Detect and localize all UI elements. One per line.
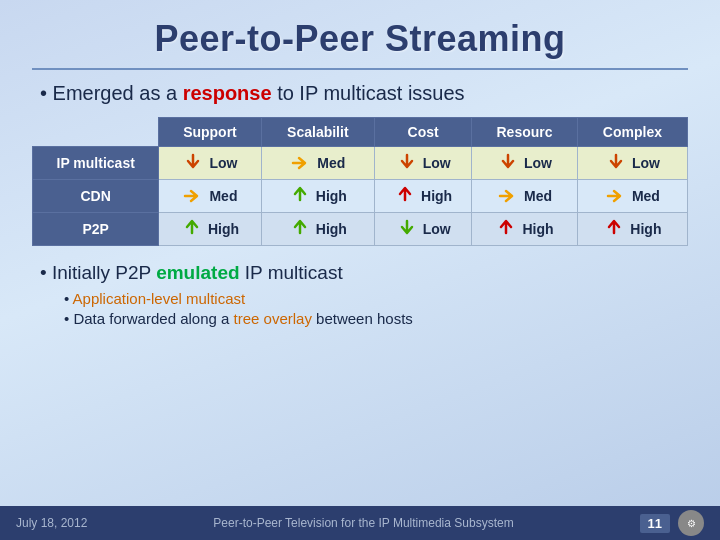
cell-text-1-1: High: [316, 188, 347, 204]
arrow-right-icon: [605, 185, 627, 207]
sub2-post: between hosts: [312, 310, 413, 327]
bullet2-pre: Initially P2P: [52, 262, 156, 283]
bullet1-post: to IP multicast issues: [272, 82, 465, 104]
cell-0-4: Low: [577, 147, 687, 180]
slide-container: Peer-to-Peer Streaming • Emerged as a re…: [0, 0, 720, 540]
cell-2-3: High: [472, 213, 578, 246]
col-header-1: Support: [159, 118, 261, 147]
sub-bullet-1: • Application-level multicast: [64, 290, 688, 307]
arrow-down-icon: [605, 152, 627, 174]
arrow-up-icon: [181, 218, 203, 240]
cell-1-0: Med: [159, 180, 261, 213]
cell-text-1-4: Med: [632, 188, 660, 204]
cell-text-0-4: Low: [632, 155, 660, 171]
cell-text-0-0: Low: [209, 155, 237, 171]
bullet1-pre: Emerged as a: [53, 82, 183, 104]
cell-text-1-0: Med: [209, 188, 237, 204]
sub2-pre: Data forwarded along a: [73, 310, 233, 327]
cell-text-1-2: High: [421, 188, 452, 204]
row-label-1: CDN: [33, 180, 159, 213]
cell-0-3: Low: [472, 147, 578, 180]
arrow-up-icon: [495, 218, 517, 240]
arrow-down-icon: [396, 218, 418, 240]
cell-text-1-3: Med: [524, 188, 552, 204]
arrow-right-icon: [290, 152, 312, 174]
sub1-text: Application-level multicast: [73, 290, 246, 307]
cell-1-4: Med: [577, 180, 687, 213]
row-label-2: P2P: [33, 213, 159, 246]
col-header-2: Scalabilit: [261, 118, 375, 147]
cell-1-3: Med: [472, 180, 578, 213]
table-header-row: Support Scalabilit Cost Resourc Complex: [33, 118, 688, 147]
arrow-right-icon: [182, 185, 204, 207]
arrow-right-icon: [497, 185, 519, 207]
bullet-1: • Emerged as a response to IP multicast …: [32, 82, 688, 105]
arrow-up-icon: [603, 218, 625, 240]
cell-2-1: High: [261, 213, 375, 246]
cell-0-1: Med: [261, 147, 375, 180]
bullet2-post: IP multicast: [240, 262, 343, 283]
cell-text-2-3: High: [522, 221, 553, 237]
table-row: CDN Med High High Med Med: [33, 180, 688, 213]
footer-page-number: 11: [640, 514, 670, 533]
col-header-5: Complex: [577, 118, 687, 147]
sub2-highlight: tree overlay: [234, 310, 312, 327]
footer-logo: ⚙: [678, 510, 704, 536]
cell-1-1: High: [261, 180, 375, 213]
col-header-3: Cost: [375, 118, 472, 147]
arrow-up-icon: [289, 185, 311, 207]
footer-date: July 18, 2012: [16, 516, 87, 530]
cell-text-2-4: High: [630, 221, 661, 237]
cell-text-0-2: Low: [423, 155, 451, 171]
arrow-down-icon: [497, 152, 519, 174]
cell-text-2-0: High: [208, 221, 239, 237]
table-row: P2P High High Low High High: [33, 213, 688, 246]
sub-bullets: • Application-level multicast • Data for…: [32, 290, 688, 327]
row-label-0: IP multicast: [33, 147, 159, 180]
cell-1-2: High: [375, 180, 472, 213]
cell-2-0: High: [159, 213, 261, 246]
cell-2-4: High: [577, 213, 687, 246]
slide-title: Peer-to-Peer Streaming: [32, 18, 688, 60]
bullet1-highlight: response: [183, 82, 272, 104]
footer-title-text: Peer-to-Peer Television for the IP Multi…: [213, 516, 513, 530]
arrow-up-icon: [394, 185, 416, 207]
footer: July 18, 2012 Peer-to-Peer Television fo…: [0, 506, 720, 540]
cell-2-2: Low: [375, 213, 472, 246]
bullet-2: • Initially P2P emulated IP multicast: [32, 262, 688, 284]
cell-0-0: Low: [159, 147, 261, 180]
arrow-down-icon: [396, 152, 418, 174]
cell-text-0-1: Med: [317, 155, 345, 171]
col-header-4: Resourc: [472, 118, 578, 147]
footer-right: 11 ⚙: [640, 510, 704, 536]
bottom-section: • Initially P2P emulated IP multicast • …: [32, 262, 688, 330]
cell-text-2-1: High: [316, 221, 347, 237]
title-divider: [32, 68, 688, 70]
arrow-up-icon: [289, 218, 311, 240]
cell-text-2-2: Low: [423, 221, 451, 237]
col-header-0: [33, 118, 159, 147]
cell-0-2: Low: [375, 147, 472, 180]
comparison-table: Support Scalabilit Cost Resourc Complex …: [32, 117, 688, 246]
sub-bullet-2: • Data forwarded along a tree overlay be…: [64, 310, 688, 327]
arrow-down-icon: [182, 152, 204, 174]
cell-text-0-3: Low: [524, 155, 552, 171]
bullet2-highlight: emulated: [156, 262, 239, 283]
table-row: IP multicast Low Med Low Low Low: [33, 147, 688, 180]
